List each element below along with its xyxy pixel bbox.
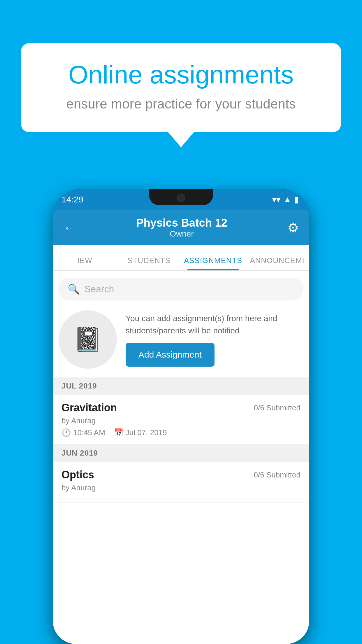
settings-icon[interactable]: ⚙ bbox=[287, 220, 299, 235]
clock-icon: 🕐 bbox=[61, 428, 71, 437]
search-bar[interactable]: 🔍 Search bbox=[59, 278, 303, 300]
tab-announcements[interactable]: ANNOUNCEMI bbox=[245, 256, 309, 270]
assignment-submitted: 0/6 Submitted bbox=[254, 403, 301, 412]
header-center: Physics Batch 12 Owner bbox=[136, 217, 227, 239]
tab-iew[interactable]: IEW bbox=[53, 256, 117, 270]
phone-frame: 14:29 ▾▾ ▲ ▮ ← Physics Batch 12 Owner ⚙ … bbox=[53, 189, 309, 644]
section-header-jun: JUN 2019 bbox=[53, 444, 309, 462]
calendar-icon: 📅 bbox=[114, 428, 123, 437]
promo-icon-circle: 📓 bbox=[59, 310, 117, 369]
promo-description: You can add assignment(s) from here and … bbox=[126, 312, 303, 337]
tab-bar: IEW STUDENTS ASSIGNMENTS ANNOUNCEMI bbox=[53, 245, 309, 271]
status-icons: ▾▾ ▲ ▮ bbox=[272, 195, 299, 204]
search-icon: 🔍 bbox=[68, 283, 80, 295]
assignment-date: Jul 07, 2019 bbox=[126, 428, 167, 437]
assignment-name-optics: Optics bbox=[61, 469, 94, 481]
tab-assignments[interactable]: ASSIGNMENTS bbox=[181, 256, 245, 270]
assignment-row1: Gravitation 0/6 Submitted bbox=[61, 402, 301, 414]
notebook-icon: 📓 bbox=[73, 326, 102, 353]
header-title: Physics Batch 12 bbox=[136, 217, 227, 229]
screen-content: 🔍 Search 📓 You can add assignment(s) fro… bbox=[53, 271, 309, 644]
phone-camera bbox=[177, 194, 185, 202]
assignment-datetime: 🕐 10:45 AM 📅 Jul 07, 2019 bbox=[61, 428, 301, 437]
speech-bubble: Online assignments ensure more practice … bbox=[21, 43, 341, 132]
promo-text-block: You can add assignment(s) from here and … bbox=[126, 312, 303, 367]
assignment-time: 10:45 AM bbox=[73, 428, 105, 437]
tab-students[interactable]: STUDENTS bbox=[117, 256, 181, 270]
status-time: 14:29 bbox=[61, 195, 83, 204]
bubble-subtitle: ensure more practice for your students bbox=[44, 96, 318, 112]
back-button[interactable]: ← bbox=[63, 220, 76, 235]
speech-bubble-container: Online assignments ensure more practice … bbox=[21, 43, 341, 132]
assignment-by: by Anurag bbox=[61, 416, 301, 425]
section-header-jul: JUL 2019 bbox=[53, 377, 309, 395]
signal-icon: ▲ bbox=[283, 195, 291, 204]
header-subtitle: Owner bbox=[136, 229, 227, 239]
date-detail: 📅 Jul 07, 2019 bbox=[114, 428, 167, 437]
bubble-title: Online assignments bbox=[44, 61, 318, 89]
app-header: ← Physics Batch 12 Owner ⚙ bbox=[53, 210, 309, 245]
assignment-row1-optics: Optics 0/6 Submitted bbox=[61, 469, 301, 481]
wifi-icon: ▾▾ bbox=[272, 195, 280, 204]
assignment-submitted-optics: 0/6 Submitted bbox=[254, 470, 301, 480]
add-assignment-button[interactable]: Add Assignment bbox=[126, 343, 215, 367]
assignment-item-optics[interactable]: Optics 0/6 Submitted by Anurag bbox=[53, 462, 309, 503]
phone-notch bbox=[149, 189, 213, 205]
assignment-item-gravitation[interactable]: Gravitation 0/6 Submitted by Anurag 🕐 10… bbox=[53, 395, 309, 444]
time-detail: 🕐 10:45 AM bbox=[61, 428, 105, 437]
assignment-by-optics: by Anurag bbox=[61, 483, 301, 492]
promo-block: 📓 You can add assignment(s) from here an… bbox=[59, 307, 303, 372]
battery-icon: ▮ bbox=[294, 195, 299, 204]
search-placeholder: Search bbox=[85, 284, 114, 295]
assignment-name: Gravitation bbox=[61, 402, 117, 414]
